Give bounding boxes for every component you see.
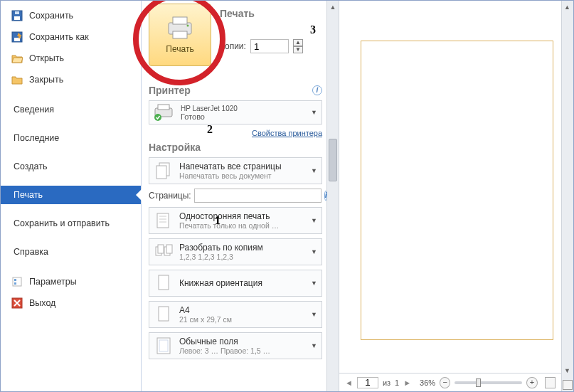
copies-input[interactable]: [250, 39, 289, 53]
option-margins-sub: Левое: 3 … Правое: 1,5 …: [179, 346, 270, 355]
svg-rect-6: [14, 279, 16, 281]
option-collate-title: Разобрать по копиям: [179, 243, 263, 253]
paper-size-icon: [154, 304, 174, 324]
sidebar-exit[interactable]: Выход: [1, 292, 141, 314]
option-sides-title: Односторонняя печать: [179, 211, 279, 221]
copies-spinner[interactable]: ▲▼: [293, 39, 303, 53]
scroll-thumb[interactable]: [329, 139, 337, 181]
sidebar-save-as[interactable]: Сохранить как: [1, 26, 141, 48]
pages-input[interactable]: [194, 189, 321, 203]
zoom-in-button[interactable]: +: [526, 377, 537, 388]
collate-icon: [154, 242, 174, 262]
sidebar-exit-label: Выход: [29, 298, 55, 308]
svg-rect-1: [14, 16, 20, 20]
portrait-icon: [154, 273, 174, 293]
sidebar-save[interactable]: Сохранить: [1, 5, 141, 26]
scroll-up-icon[interactable]: ▲: [564, 4, 570, 11]
info-icon[interactable]: i: [312, 85, 322, 95]
sidebar-help-label: Справка: [14, 247, 48, 257]
page-of-label: из: [383, 378, 390, 387]
chevron-down-icon: ▼: [311, 311, 317, 318]
svg-rect-25: [166, 245, 172, 253]
print-settings-panel: 3 2 1 Печать Печать Копии:: [142, 1, 326, 391]
chevron-down-icon: ▼: [311, 342, 317, 349]
margins-icon: [154, 336, 174, 356]
preview-page: [361, 41, 553, 340]
scroll-down-icon[interactable]: ▼: [564, 367, 570, 374]
svg-rect-23: [158, 245, 164, 253]
preview-status-bar: ◄ из 1 ► 36% − +: [339, 373, 561, 391]
option-paper-size-title: A4: [179, 305, 232, 315]
svg-rect-7: [14, 282, 16, 285]
zoom-value: 36%: [420, 378, 435, 387]
next-page-button[interactable]: ►: [403, 378, 411, 387]
options-icon: [11, 275, 23, 288]
preview-scrollbar[interactable]: ▲ ▼: [561, 1, 573, 391]
sidebar-recent[interactable]: Последние: [1, 129, 141, 147]
sidebar-open[interactable]: Открыть: [1, 48, 141, 69]
sidebar-options[interactable]: Параметры: [1, 271, 141, 292]
option-collate[interactable]: Разобрать по копиям 1,2,3 1,2,3 1,2,3 ▼: [149, 238, 322, 265]
svg-point-15: [154, 114, 161, 121]
chevron-down-icon: ▼: [311, 217, 317, 224]
svg-rect-2: [15, 11, 19, 14]
sidebar-options-label: Параметры: [29, 277, 77, 287]
option-margins-title: Обычные поля: [179, 337, 270, 346]
sidebar-recent-label: Последние: [14, 133, 59, 143]
chevron-down-icon: ▼: [311, 248, 317, 255]
svg-rect-11: [173, 31, 187, 38]
sidebar-save-send[interactable]: Сохранить и отправить: [1, 214, 141, 233]
sidebar-print[interactable]: Печать: [1, 186, 141, 204]
print-button-label: Печать: [166, 44, 193, 54]
option-margins[interactable]: Обычные поля Левое: 3 … Правое: 1,5 … ▼: [149, 332, 322, 359]
chevron-down-icon: ▼: [311, 280, 317, 287]
printer-selector[interactable]: HP LaserJet 1020 Готово ▼: [149, 100, 322, 125]
print-heading: Печать: [220, 8, 322, 19]
chevron-down-icon: ▼: [311, 109, 317, 116]
chevron-down-icon: ▼: [311, 167, 317, 174]
svg-rect-27: [159, 307, 169, 321]
sidebar-new[interactable]: Создать: [1, 157, 141, 176]
svg-rect-18: [157, 213, 169, 228]
option-sides-sub: Печатать только на одной …: [179, 221, 279, 230]
sidebar-save-as-label: Сохранить как: [29, 32, 89, 42]
sidebar-help[interactable]: Справка: [1, 243, 141, 261]
scroll-up-icon[interactable]: ▲: [330, 4, 336, 11]
one-side-icon: [154, 211, 174, 231]
zoom-out-button[interactable]: −: [440, 377, 450, 388]
prev-page-button[interactable]: ◄: [345, 378, 353, 387]
zoom-slider-thumb[interactable]: [476, 378, 481, 387]
annotation-2: 2: [207, 123, 213, 136]
sidebar-print-label: Печать: [14, 190, 43, 200]
option-paper-size[interactable]: A4 21 см x 29,7 см ▼: [149, 301, 322, 328]
sidebar-new-label: Создать: [14, 161, 48, 171]
backstage-sidebar: Сохранить Сохранить как Открыть Закрыть …: [1, 1, 142, 391]
printer-properties-link[interactable]: Свойства принтера: [149, 129, 322, 137]
svg-rect-26: [159, 275, 169, 290]
copies-label: Копии:: [220, 41, 246, 51]
resize-grip-icon[interactable]: [563, 380, 573, 390]
page-number-input[interactable]: [357, 377, 378, 388]
annotation-1: 1: [215, 214, 220, 227]
exit-icon: [11, 297, 23, 309]
pages-label: Страницы:: [149, 191, 191, 201]
zoom-slider[interactable]: [455, 381, 522, 384]
svg-rect-10: [173, 17, 187, 24]
sidebar-close-label: Закрыть: [29, 75, 63, 85]
option-orientation-title: Книжная ориентация: [179, 278, 262, 288]
printer-device-icon: [154, 104, 175, 121]
sidebar-info[interactable]: Сведения: [1, 100, 141, 119]
sidebar-close[interactable]: Закрыть: [1, 69, 141, 90]
fit-to-page-button[interactable]: [545, 377, 556, 388]
save-as-icon: [11, 31, 23, 43]
pages-all-icon: [154, 161, 174, 181]
settings-scrollbar[interactable]: ▲: [326, 1, 339, 391]
print-button[interactable]: Печать: [149, 4, 211, 66]
option-orientation[interactable]: Книжная ориентация ▼: [149, 270, 322, 297]
settings-heading: Настройка: [149, 142, 322, 153]
option-sides[interactable]: Односторонняя печать Печатать только на …: [149, 207, 322, 234]
printer-icon: [166, 16, 194, 40]
option-paper-size-sub: 21 см x 29,7 см: [179, 315, 232, 324]
folder-open-icon: [11, 52, 23, 65]
option-print-range[interactable]: Напечатать все страницы Напечатать весь …: [149, 157, 322, 184]
